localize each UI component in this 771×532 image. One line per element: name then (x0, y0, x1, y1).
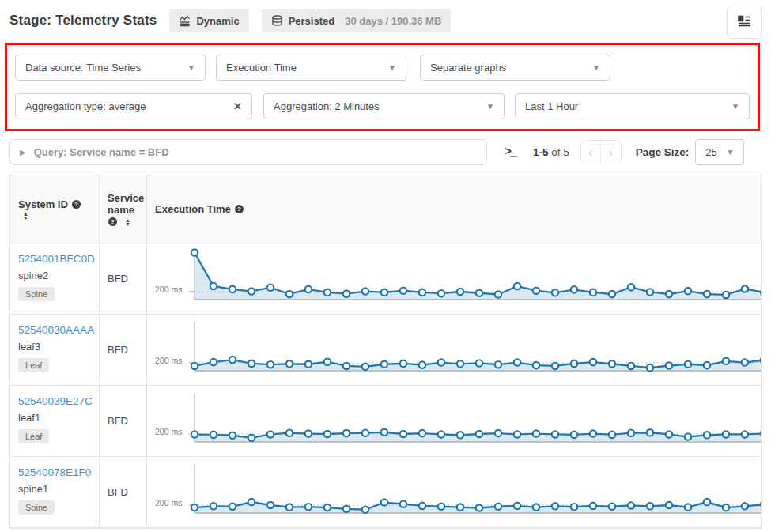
chart-y-axis-label: 200 ms (155, 285, 182, 294)
table-row: 52540030AAAA leaf3 Leaf BFD 200 ms (10, 315, 761, 386)
filters-annotation-box: Data source: Time Series ▼ Execution Tim… (5, 43, 760, 131)
graph-mode-select[interactable]: Separate graphs ▼ (420, 55, 610, 81)
system-id-link[interactable]: 52540039E27C (18, 395, 93, 407)
table-header-row: System ID? ▲▼ Service name ? ▲▼ Executio… (10, 175, 761, 243)
area-chart-icon (179, 15, 191, 27)
dynamic-badge-label: Dynamic (196, 15, 239, 27)
system-id-link[interactable]: 52540078E1F0 (18, 466, 91, 478)
prev-page-button[interactable]: ‹ (581, 141, 601, 164)
system-id-cell: 52540030AAAA leaf3 Leaf (10, 315, 100, 386)
column-header-execution-time: Execution Time? (147, 175, 761, 243)
sort-icon[interactable]: ▲▼ (23, 212, 28, 220)
page-size-value: 25 (705, 146, 716, 158)
time-range-value: Last 1 Hour (525, 100, 578, 112)
execution-time-chart: 200 ms (147, 243, 761, 315)
aggregation-interval-select[interactable]: Aggregation: 2 Minutes ▼ (263, 93, 505, 119)
dynamic-badge[interactable]: Dynamic (169, 9, 248, 32)
page-size-select[interactable]: 25 ▼ (695, 139, 744, 165)
column-header-system-id: System ID? ▲▼ (10, 175, 100, 243)
sort-icon[interactable]: ▲▼ (125, 218, 130, 226)
pagination-range-total: of 5 (551, 146, 569, 158)
query-row: ▶ Query: Service name = BFD >_ 1-5 of 5 … (9, 139, 762, 165)
aggregation-type-value: Aggregation type: average (25, 100, 146, 112)
chart-y-axis-label: 200 ms (155, 498, 182, 507)
system-id-cell: 52540078E1F0 spine1 Spine (10, 457, 100, 528)
next-page-button[interactable]: › (601, 141, 621, 164)
telemetry-table: System ID? ▲▼ Service name ? ▲▼ Executio… (9, 175, 762, 529)
data-source-select[interactable]: Data source: Time Series ▼ (15, 55, 206, 81)
chevron-down-icon: ▼ (388, 63, 396, 72)
system-id-cell: 52540039E27C leaf1 Leaf (10, 386, 100, 457)
persisted-badge-detail: 30 days / 190.36 MB (345, 15, 441, 27)
service-name-cell: BFD (100, 315, 147, 386)
help-icon[interactable]: ? (235, 205, 244, 213)
query-summary: Query: Service name = BFD (34, 146, 169, 158)
data-source-select-value: Data source: Time Series (25, 62, 141, 74)
layout-settings-button[interactable] (727, 6, 762, 39)
role-badge: Leaf (18, 429, 49, 443)
column-label: System ID (18, 198, 68, 210)
aggregation-interval-value: Aggregation: 2 Minutes (274, 100, 380, 112)
persisted-badge-label: Persisted (289, 15, 335, 27)
persisted-badge[interactable]: Persisted 30 days / 190.36 MB (262, 9, 452, 32)
pagination-range: 1-5 of 5 (533, 146, 569, 158)
pager: ‹ › (580, 140, 622, 164)
system-id-link[interactable]: 52540030AAAA (18, 324, 94, 336)
column-header-service-name: Service name ? ▲▼ (100, 175, 147, 243)
hostname: leaf1 (18, 412, 91, 424)
table-row: 52540078E1F0 spine1 Spine BFD 200 ms (10, 457, 761, 528)
system-id-link[interactable]: 5254001BFC0D (18, 253, 95, 265)
time-range-select[interactable]: Last 1 Hour ▼ (515, 93, 750, 119)
service-name-cell: BFD (100, 243, 147, 315)
chevron-right-icon: ▶ (20, 148, 26, 157)
page-size-label: Page Size: (636, 146, 690, 158)
filters-row-1: Data source: Time Series ▼ Execution Tim… (13, 55, 751, 81)
table-row: 52540039E27C leaf1 Leaf BFD 200 ms (10, 386, 761, 457)
chart-y-axis-label: 200 ms (155, 427, 182, 436)
role-badge: Spine (18, 287, 55, 301)
table-row: 5254001BFC0D spine2 Spine BFD 200 ms (10, 243, 761, 315)
chevron-down-icon: ▼ (187, 63, 195, 72)
role-badge: Leaf (18, 358, 49, 372)
query-expander[interactable]: ▶ Query: Service name = BFD (9, 139, 487, 165)
chevron-down-icon: ▼ (592, 63, 600, 72)
filters-row-2: Aggregation type: average ✕ Aggregation:… (13, 93, 751, 119)
page-title: Stage: Telemetry Stats (9, 13, 157, 28)
service-name-cell: BFD (100, 386, 147, 457)
hostname: spine1 (18, 483, 91, 495)
metric-select-value: Execution Time (226, 62, 297, 74)
chevron-down-icon: ▼ (486, 102, 494, 111)
terminal-icon[interactable]: >_ (505, 145, 516, 159)
database-icon (271, 15, 283, 27)
column-label: Execution Time (155, 203, 231, 215)
column-label: Service name (108, 192, 144, 216)
service-name-cell: BFD (100, 457, 147, 528)
help-icon[interactable]: ? (72, 200, 81, 209)
execution-time-chart: 200 ms (147, 457, 761, 528)
metric-select[interactable]: Execution Time ▼ (216, 55, 406, 81)
clipped-axis-label: ··· (0, 529, 771, 532)
chevron-down-icon: ▼ (731, 102, 739, 111)
page-header: Stage: Telemetry Stats Dynamic Persisted… (0, 0, 771, 40)
pagination-range-numbers: 1-5 (533, 146, 549, 158)
hostname: spine2 (18, 270, 91, 281)
layout-icon (738, 15, 751, 29)
execution-time-chart: 200 ms (147, 386, 761, 457)
role-badge: Spine (18, 500, 55, 515)
help-icon[interactable]: ? (108, 217, 117, 226)
aggregation-type-select[interactable]: Aggregation type: average ✕ (15, 93, 252, 119)
hostname: leaf3 (18, 341, 91, 353)
system-id-cell: 5254001BFC0D spine2 Spine (10, 243, 100, 315)
clear-icon[interactable]: ✕ (233, 100, 242, 112)
chart-y-axis-label: 200 ms (155, 356, 182, 365)
graph-mode-select-value: Separate graphs (430, 62, 506, 74)
chevron-down-icon: ▼ (726, 148, 734, 157)
execution-time-chart: 200 ms (147, 315, 761, 386)
